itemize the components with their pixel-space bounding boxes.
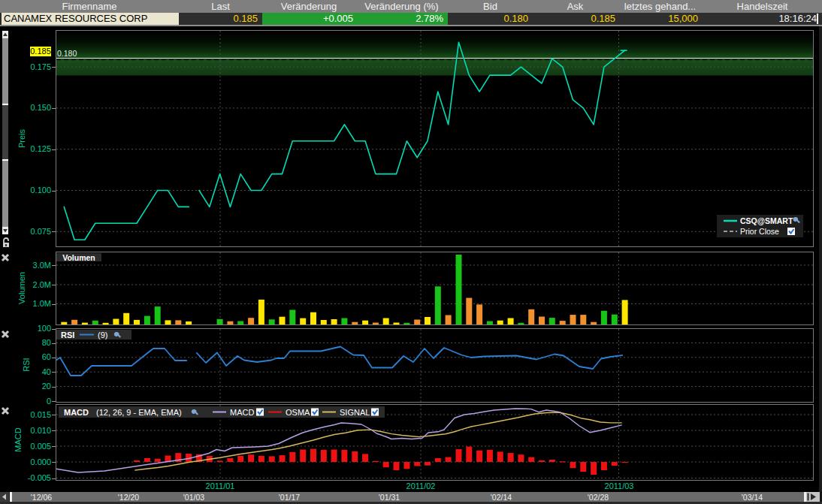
- svg-text:CSQ@SMART: CSQ@SMART: [740, 216, 793, 225]
- svg-text:OSMA: OSMA: [286, 408, 310, 417]
- svg-text:(9): (9): [98, 330, 107, 340]
- svg-text:MACD: MACD: [64, 408, 89, 417]
- svg-text:Prior Close: Prior Close: [740, 227, 779, 236]
- svg-text:(12, 26, 9 - EMA, EMA): (12, 26, 9 - EMA, EMA): [96, 408, 182, 417]
- svg-text:SIGNAL: SIGNAL: [340, 408, 370, 417]
- svg-text:MACD: MACD: [230, 408, 254, 417]
